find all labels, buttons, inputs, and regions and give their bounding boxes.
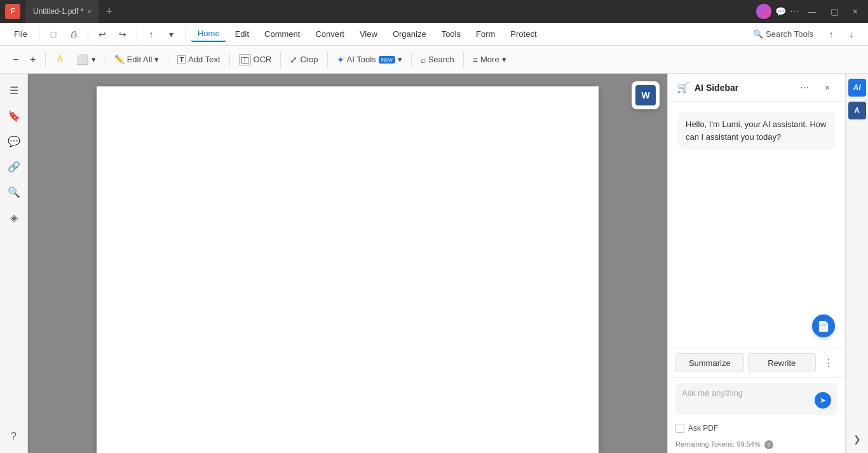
tab-title: Untitled-1.pdf *: [33, 7, 83, 16]
ai-mini-button[interactable]: AI: [848, 79, 866, 97]
collapse-button[interactable]: ❯: [848, 430, 866, 448]
chat-icon[interactable]: 💬: [775, 6, 786, 17]
menu-comment[interactable]: Comment: [258, 27, 306, 41]
add-text-button[interactable]: T Add Text: [172, 50, 225, 70]
zoom-in-button[interactable]: +: [25, 50, 41, 70]
menu-convert[interactable]: Convert: [309, 27, 351, 41]
menu-organize[interactable]: Organize: [386, 27, 433, 41]
edit-all-button[interactable]: ✏️ Edit All ▾: [109, 50, 165, 70]
ask-pdf-label: Ask PDF: [688, 424, 718, 433]
share-icon[interactable]: ↑: [142, 25, 160, 43]
more-dropdown-icon: ▾: [502, 55, 506, 64]
help-icon[interactable]: ?: [3, 425, 25, 448]
toolbar-sep-3: [168, 52, 168, 67]
window-controls: 💬 ⋯ — ▢ ×: [756, 4, 863, 19]
ai-tools-label: AI Tools: [347, 55, 376, 64]
ai-tools-button[interactable]: ✦ AI Tools New ▾: [332, 50, 407, 70]
undo-icon[interactable]: ↩: [93, 25, 111, 43]
search-button[interactable]: ⌕ Search: [416, 50, 459, 70]
pdf-canvas-area[interactable]: W: [28, 74, 667, 453]
lumi-greeting-message: Hello, I'm Lumi, your AI assistant. How …: [678, 112, 835, 149]
crop-button[interactable]: ⤢ Crop: [285, 50, 323, 70]
title-bar: F Untitled-1.pdf * × + 💬 ⋯ — ▢ ×: [0, 0, 868, 23]
more-button[interactable]: ≡ More ▾: [468, 50, 512, 70]
word-icon-overlay[interactable]: W: [632, 81, 660, 109]
search-tools-label: Search Tools: [766, 29, 813, 39]
ask-pdf-checkbox[interactable]: [675, 424, 684, 433]
ai-new-badge: New: [379, 56, 395, 64]
send-button[interactable]: ➤: [815, 392, 831, 409]
menu-view[interactable]: View: [353, 27, 384, 41]
ai-footer: Ask PDF: [668, 420, 845, 438]
upload-down-button[interactable]: ↓: [843, 25, 860, 43]
greeting-text: Hello, I'm Lumi, your AI assistant. How …: [686, 119, 826, 142]
menu-form[interactable]: Form: [470, 27, 501, 41]
cart-icon[interactable]: 🛒: [677, 81, 689, 93]
ai-more-menu-button[interactable]: ⋯: [796, 79, 813, 97]
redo-icon[interactable]: ↪: [114, 25, 132, 43]
menu-tools[interactable]: Tools: [435, 27, 467, 41]
save-icon[interactable]: □: [44, 25, 62, 43]
left-sidebar: ☰ 🔖 💬 🔗 🔍 ◈ ?: [0, 74, 28, 453]
ocr-button[interactable]: ◫ OCR: [234, 50, 277, 70]
tokens-help-icon[interactable]: ?: [764, 440, 773, 449]
sidebar-bookmarks[interactable]: 🔖: [3, 104, 25, 127]
ai-input-area: Ask me anything ➤: [668, 377, 845, 420]
select-rect-button[interactable]: ⬜ ▾: [71, 50, 101, 70]
sidebar-search[interactable]: 🔍: [3, 180, 25, 203]
download-more-icon[interactable]: ▾: [163, 25, 180, 43]
ocr-label: OCR: [254, 55, 272, 64]
minimize-button[interactable]: —: [803, 5, 822, 18]
menu-file[interactable]: File: [8, 27, 34, 41]
rect-icon: ⬜: [76, 53, 89, 65]
toolbar-sep-2: [105, 52, 105, 67]
search-label: Search: [428, 55, 454, 64]
rect-dropdown-icon: ▾: [92, 55, 96, 64]
more-options-icon[interactable]: ⋯: [790, 6, 799, 17]
sidebar-layers[interactable]: ◈: [3, 206, 25, 229]
toolbar-sep-5: [280, 52, 281, 67]
highlight-button[interactable]: Ａ: [50, 50, 70, 70]
tab-bar: Untitled-1.pdf * × +: [25, 0, 751, 23]
toolbar-sep-6: [327, 52, 328, 67]
menu-home[interactable]: Home: [191, 26, 226, 42]
menu-separator-1: [39, 28, 39, 41]
search-tools-button[interactable]: 🔍 Search Tools: [747, 27, 820, 41]
zoom-out-button[interactable]: −: [8, 50, 24, 70]
active-tab[interactable]: Untitled-1.pdf * ×: [25, 0, 99, 23]
document-action-icon[interactable]: 📄: [812, 314, 835, 337]
new-tab-button[interactable]: +: [102, 4, 117, 19]
sidebar-links[interactable]: 🔗: [3, 155, 25, 178]
sidebar-thumbnails[interactable]: ☰: [3, 79, 25, 102]
print-icon[interactable]: ⎙: [65, 25, 83, 43]
upload-up-button[interactable]: ↑: [822, 25, 840, 43]
menu-protect[interactable]: Protect: [504, 27, 543, 41]
sidebar-bottom: ?: [3, 425, 25, 448]
word-mini-button[interactable]: A: [848, 102, 866, 119]
avatar[interactable]: [756, 4, 771, 19]
zoom-in-icon: +: [30, 54, 36, 65]
summarize-button[interactable]: Summarize: [675, 353, 744, 372]
ai-close-button[interactable]: ×: [818, 79, 836, 97]
tokens-value: Remaining Tokens: 99.54%: [675, 440, 761, 448]
ai-input-box: Ask me anything ➤: [675, 383, 837, 415]
ai-input-placeholder[interactable]: Ask me anything: [682, 388, 831, 398]
right-mini-bottom: ❯: [848, 430, 866, 448]
ai-actions-more-icon[interactable]: ⋮: [820, 354, 837, 372]
toolbar-sep-8: [463, 52, 464, 67]
ai-tools-dropdown-icon: ▾: [398, 55, 402, 64]
crop-label: Crop: [300, 55, 318, 64]
crop-icon: ⤢: [290, 55, 297, 65]
ai-action-buttons: Summarize Rewrite ⋮: [668, 348, 845, 377]
rewrite-button[interactable]: Rewrite: [748, 353, 817, 372]
ai-chat-area: Hello, I'm Lumi, your AI assistant. How …: [668, 102, 845, 348]
tab-close-icon[interactable]: ×: [87, 8, 91, 15]
edit-all-label: Edit All: [127, 55, 153, 64]
app-logo[interactable]: F: [5, 4, 20, 19]
menu-edit[interactable]: Edit: [229, 27, 255, 41]
sidebar-comments[interactable]: 💬: [3, 130, 25, 152]
ai-sidebar-header: 🛒 AI Sidebar ⋯ ×: [668, 74, 845, 102]
close-button[interactable]: ×: [848, 5, 863, 18]
maximize-button[interactable]: ▢: [825, 5, 844, 18]
highlight-icon: Ａ: [55, 53, 65, 66]
